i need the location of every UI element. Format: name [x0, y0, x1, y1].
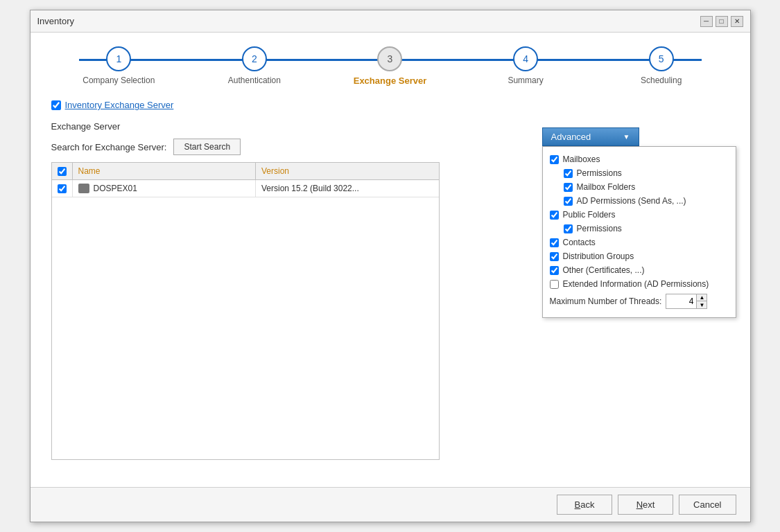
- item-public-folders: Public Folders: [550, 208, 729, 222]
- checkbox-ad-permissions[interactable]: [564, 197, 573, 206]
- row-name: DOSPEX01: [73, 180, 257, 197]
- select-all-checkbox[interactable]: [58, 167, 67, 176]
- threads-down-button[interactable]: ▼: [697, 301, 707, 308]
- step-3: 3 Exchange Server: [322, 46, 458, 86]
- label-other: Other (Certificates, ...): [563, 265, 645, 275]
- item-mailboxes: Mailboxes: [550, 152, 729, 166]
- back-underline: Back: [575, 499, 595, 510]
- advanced-button[interactable]: Advanced ▼: [542, 127, 639, 146]
- threads-row: Maximum Number of Threads: ▲ ▼: [550, 291, 729, 312]
- checkbox-mailbox-folders[interactable]: [564, 183, 573, 192]
- step-3-circle: 3: [377, 46, 402, 71]
- server-name: DOSPEX01: [94, 184, 137, 193]
- step-5: 5 Scheduling: [593, 46, 729, 86]
- table-header: Name Version: [52, 163, 439, 180]
- steps-container: 1 Company Selection 2 Authentication 3 E…: [51, 46, 729, 86]
- inventory-checkbox-row: Inventory Exchange Server: [51, 100, 729, 110]
- next-button[interactable]: Next: [618, 495, 673, 515]
- step-4-label: Summary: [508, 76, 543, 85]
- inventory-checkbox-label[interactable]: Inventory Exchange Server: [65, 100, 174, 110]
- step-2: 2 Authentication: [187, 46, 322, 86]
- minimize-button[interactable]: ─: [700, 16, 713, 27]
- cancel-button[interactable]: Cancel: [679, 495, 736, 515]
- label-permissions2: Permissions: [577, 224, 622, 233]
- checkbox-permissions1[interactable]: [564, 169, 573, 178]
- close-button[interactable]: ✕: [731, 16, 743, 27]
- exchange-table: Name Version DOSPEX01 Version 15.2 (Buil…: [51, 162, 440, 460]
- threads-up-button[interactable]: ▲: [697, 294, 707, 301]
- step-1: 1 Company Selection: [51, 46, 187, 86]
- row-version: Version 15.2 (Build 3022...: [256, 180, 439, 197]
- main-window: Inventory ─ □ ✕ 1 Company Selection 2 Au…: [30, 10, 751, 522]
- server-icon: [78, 184, 89, 193]
- threads-label: Maximum Number of Threads:: [550, 296, 662, 306]
- col-name: Name: [73, 163, 257, 179]
- step-4-circle: 4: [513, 46, 538, 71]
- checkbox-other[interactable]: [550, 266, 559, 275]
- checkbox-extended-info[interactable]: [550, 280, 559, 289]
- step-3-label: Exchange Server: [354, 76, 427, 86]
- footer: Back Next Cancel: [31, 487, 750, 522]
- header-check: [52, 163, 73, 179]
- col-version: Version: [256, 163, 439, 179]
- label-mailboxes: Mailboxes: [563, 154, 600, 164]
- content-area: 1 Company Selection 2 Authentication 3 E…: [31, 33, 750, 522]
- checkbox-distribution-groups[interactable]: [550, 252, 559, 261]
- checkbox-mailboxes[interactable]: [550, 155, 559, 164]
- window-title: Inventory: [37, 16, 74, 26]
- checkbox-contacts[interactable]: [550, 238, 559, 247]
- threads-input[interactable]: [666, 294, 697, 309]
- label-permissions1: Permissions: [577, 168, 622, 178]
- maximize-button[interactable]: □: [716, 16, 728, 27]
- item-other: Other (Certificates, ...): [550, 263, 729, 277]
- step-1-circle: 1: [106, 46, 131, 71]
- checkbox-permissions2[interactable]: [564, 224, 573, 233]
- row-check: [52, 180, 73, 197]
- step-5-label: Scheduling: [641, 76, 682, 85]
- label-public-folders: Public Folders: [563, 210, 616, 220]
- threads-spinner: ▲ ▼: [697, 294, 707, 309]
- title-bar: Inventory ─ □ ✕: [31, 10, 750, 33]
- item-contacts: Contacts: [550, 236, 729, 249]
- table-row[interactable]: DOSPEX01 Version 15.2 (Build 3022...: [52, 180, 439, 197]
- item-permissions1: Permissions: [550, 166, 729, 180]
- main-body: Inventory Exchange Server Exchange Serve…: [31, 93, 750, 487]
- step-4: 4 Summary: [458, 46, 593, 86]
- next-underline: Next: [636, 499, 655, 510]
- search-for-label: Search for Exchange Server:: [51, 142, 167, 152]
- item-ad-permissions: AD Permissions (Send As, ...): [550, 194, 729, 208]
- advanced-button-label: Advanced: [551, 132, 591, 142]
- item-distribution-groups: Distribution Groups: [550, 249, 729, 263]
- chevron-down-icon: ▼: [623, 133, 630, 141]
- step-5-circle: 5: [649, 46, 674, 71]
- threads-input-group: ▲ ▼: [666, 294, 707, 309]
- advanced-dropdown: Advanced ▼ Mailboxes Permissions Mailbox: [542, 127, 736, 318]
- item-mailbox-folders: Mailbox Folders: [550, 180, 729, 194]
- row-checkbox[interactable]: [58, 184, 67, 193]
- item-permissions2: Permissions: [550, 222, 729, 236]
- label-distribution-groups: Distribution Groups: [563, 251, 634, 261]
- step-1-label: Company Selection: [83, 76, 155, 85]
- start-search-button[interactable]: Start Search: [173, 139, 241, 155]
- label-extended-info: Extended Information (AD Permissions): [563, 279, 709, 289]
- label-mailbox-folders: Mailbox Folders: [577, 182, 636, 192]
- item-extended-info: Extended Information (AD Permissions): [550, 277, 729, 291]
- label-contacts: Contacts: [563, 238, 596, 247]
- step-2-circle: 2: [242, 46, 267, 71]
- window-controls: ─ □ ✕: [700, 16, 743, 27]
- wizard-steps: 1 Company Selection 2 Authentication 3 E…: [31, 33, 750, 93]
- inventory-checkbox[interactable]: [51, 100, 61, 110]
- label-ad-permissions: AD Permissions (Send As, ...): [577, 196, 686, 206]
- checkbox-public-folders[interactable]: [550, 211, 559, 220]
- step-2-label: Authentication: [228, 76, 281, 85]
- advanced-panel: Mailboxes Permissions Mailbox Folders AD…: [542, 146, 736, 318]
- back-button[interactable]: Back: [557, 495, 612, 515]
